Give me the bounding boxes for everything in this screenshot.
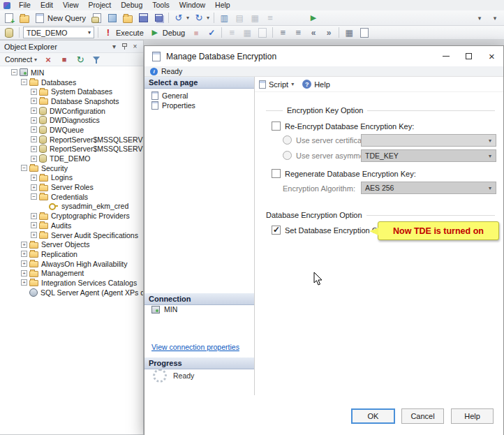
tree-item-min[interactable]: −MIN bbox=[0, 68, 143, 78]
tree-item-logins[interactable]: +Logins bbox=[0, 173, 143, 183]
tree-item-server-objects[interactable]: +Server Objects bbox=[0, 239, 143, 249]
close-icon[interactable]: × bbox=[130, 42, 140, 52]
parse-icon[interactable] bbox=[204, 27, 219, 39]
expand-icon[interactable]: + bbox=[31, 156, 37, 162]
collapse-icon[interactable]: − bbox=[21, 79, 27, 85]
tree-item-tde-demo[interactable]: +TDE_DEMO bbox=[0, 154, 143, 163]
chevron-down-icon[interactable]: ▾ bbox=[88, 29, 91, 36]
tree-item-credentials[interactable]: −Credentials bbox=[0, 192, 143, 202]
tree-item-reportserver-mssqlservertempdb[interactable]: +ReportServer$MSSQLSERVERTempDB bbox=[0, 145, 143, 154]
expand-icon[interactable]: + bbox=[21, 260, 27, 267]
expand-icon[interactable]: + bbox=[21, 251, 27, 257]
undo-icon[interactable]: ▾ bbox=[171, 12, 191, 24]
stop-button[interactable] bbox=[57, 53, 72, 66]
new-query-button[interactable]: New Query bbox=[32, 12, 89, 24]
regenerate-checkbox[interactable] bbox=[272, 169, 281, 178]
open-project-icon[interactable] bbox=[17, 12, 32, 24]
execute-button[interactable]: Execute bbox=[101, 27, 147, 39]
tree-item-cryptographic-providers[interactable]: +Cryptographic Providers bbox=[0, 211, 143, 221]
activity-monitor-icon[interactable] bbox=[216, 12, 232, 24]
pin-icon[interactable] bbox=[119, 42, 130, 52]
use-server-certificate-radio[interactable] bbox=[283, 135, 292, 145]
toolbar-overflow-icon[interactable] bbox=[472, 12, 487, 24]
expand-icon[interactable]: + bbox=[31, 222, 37, 228]
set-database-encryption-checkbox[interactable] bbox=[272, 226, 281, 235]
stop-icon[interactable] bbox=[188, 27, 204, 39]
filter-button[interactable] bbox=[89, 53, 104, 66]
help-button[interactable]: Help bbox=[451, 408, 494, 424]
expand-icon[interactable]: + bbox=[31, 184, 37, 191]
expand-icon[interactable]: + bbox=[31, 146, 37, 152]
results-to-text-icon[interactable] bbox=[224, 27, 239, 39]
expand-icon[interactable]: + bbox=[31, 136, 37, 142]
reencrypt-checkbox[interactable] bbox=[272, 121, 281, 131]
tree-item-dwconfiguration[interactable]: +DWConfiguration bbox=[0, 106, 143, 116]
expand-icon[interactable]: + bbox=[31, 175, 37, 181]
database-tuning-advisor-icon[interactable] bbox=[247, 12, 262, 24]
intellisense-icon[interactable] bbox=[341, 27, 357, 39]
tree-item-server-audit-specifications[interactable]: +Server Audit Specifications bbox=[0, 230, 143, 240]
tree-item-sql-server-agent-agent-xps-disabl[interactable]: SQL Server Agent (Agent XPs disabl bbox=[0, 288, 143, 297]
tree-item-management[interactable]: +Management bbox=[0, 268, 143, 278]
menu-edit[interactable]: Edit bbox=[36, 0, 58, 10]
add-remove-buttons-icon[interactable] bbox=[487, 12, 503, 24]
tree-item-dwqueue[interactable]: +DWQueue bbox=[0, 125, 143, 135]
expand-icon[interactable]: + bbox=[31, 108, 37, 114]
menu-project[interactable]: Project bbox=[84, 0, 117, 10]
new-project-icon[interactable] bbox=[1, 12, 17, 24]
menu-view[interactable]: View bbox=[58, 0, 84, 10]
tree-item-sysadmin-ekm-cred[interactable]: sysadmin_ekm_cred bbox=[0, 202, 143, 212]
tree-item-reportserver-mssqlserver[interactable]: +ReportServer$MSSQLSERVER bbox=[0, 135, 143, 145]
tree-item-databases[interactable]: −Databases bbox=[0, 78, 143, 87]
menu-tools[interactable]: Tools bbox=[147, 0, 175, 10]
tree-item-server-roles[interactable]: +Server Roles bbox=[0, 182, 143, 192]
collapse-icon[interactable]: − bbox=[21, 165, 27, 171]
tree-item-database-snapshots[interactable]: +Database Snapshots bbox=[0, 96, 143, 106]
connect-button[interactable]: Connect ▾ bbox=[2, 55, 40, 64]
refresh-button[interactable] bbox=[73, 53, 88, 66]
expand-icon[interactable]: + bbox=[31, 213, 37, 219]
maximize-button[interactable] bbox=[457, 46, 480, 66]
close-button[interactable]: × bbox=[480, 46, 503, 66]
uncomment-icon[interactable] bbox=[290, 27, 306, 39]
page-item-properties[interactable]: Properties bbox=[144, 101, 254, 110]
save-all-icon[interactable] bbox=[151, 12, 166, 24]
database-combo[interactable]: TDE_DEMO▾ bbox=[23, 27, 94, 38]
expand-icon[interactable]: + bbox=[21, 270, 27, 277]
server-certificate-combo[interactable]: ▾ bbox=[361, 134, 496, 147]
dialog-titlebar[interactable]: Manage Database Encryption × bbox=[144, 46, 503, 66]
results-to-file-icon[interactable] bbox=[255, 27, 270, 39]
disconnect-button[interactable] bbox=[40, 53, 56, 66]
asymmetric-key-combo[interactable]: TDE_KEY ▾ bbox=[361, 149, 496, 162]
open-file-icon[interactable] bbox=[120, 12, 135, 24]
cancel-button[interactable]: Cancel bbox=[401, 408, 444, 424]
profiler-icon[interactable] bbox=[232, 12, 247, 24]
page-item-general[interactable]: General bbox=[144, 91, 254, 101]
script-button[interactable]: Script ▾ bbox=[259, 80, 294, 89]
tree-item-alwayson-high-availability[interactable]: +AlwaysOn High Availability bbox=[0, 259, 143, 269]
change-connection-icon[interactable] bbox=[1, 27, 17, 39]
tree-item-audits[interactable]: +Audits bbox=[0, 221, 143, 230]
decrease-indent-icon[interactable] bbox=[306, 27, 321, 39]
expand-icon[interactable]: + bbox=[31, 126, 37, 133]
expand-icon[interactable]: + bbox=[31, 98, 37, 104]
window-position-icon[interactable]: ▾ bbox=[109, 42, 119, 52]
menu-help[interactable]: Help bbox=[210, 0, 235, 10]
expand-icon[interactable]: + bbox=[31, 89, 37, 95]
ok-button[interactable]: OK bbox=[351, 408, 395, 424]
expand-icon[interactable]: + bbox=[21, 242, 27, 248]
tree-item-integration-services-catalogs[interactable]: +Integration Services Catalogs bbox=[0, 278, 143, 288]
results-to-grid-icon[interactable] bbox=[239, 27, 255, 39]
dialog-help-button[interactable]: ? Help bbox=[302, 80, 330, 89]
tree-item-system-databases[interactable]: +System Databases bbox=[0, 87, 143, 96]
run-icon[interactable] bbox=[306, 12, 321, 24]
use-server-asymmetric-key-radio[interactable] bbox=[283, 151, 292, 160]
redo-icon[interactable]: ▾ bbox=[191, 12, 212, 24]
chevron-down-icon[interactable]: ▾ bbox=[207, 15, 209, 21]
query-options-icon[interactable] bbox=[357, 27, 372, 39]
expand-icon[interactable]: + bbox=[31, 232, 37, 238]
database-engine-query-icon[interactable] bbox=[89, 12, 105, 24]
chevron-down-icon[interactable]: ▾ bbox=[291, 81, 294, 87]
analysis-services-query-icon[interactable] bbox=[105, 12, 120, 24]
increase-indent-icon[interactable] bbox=[321, 27, 336, 39]
